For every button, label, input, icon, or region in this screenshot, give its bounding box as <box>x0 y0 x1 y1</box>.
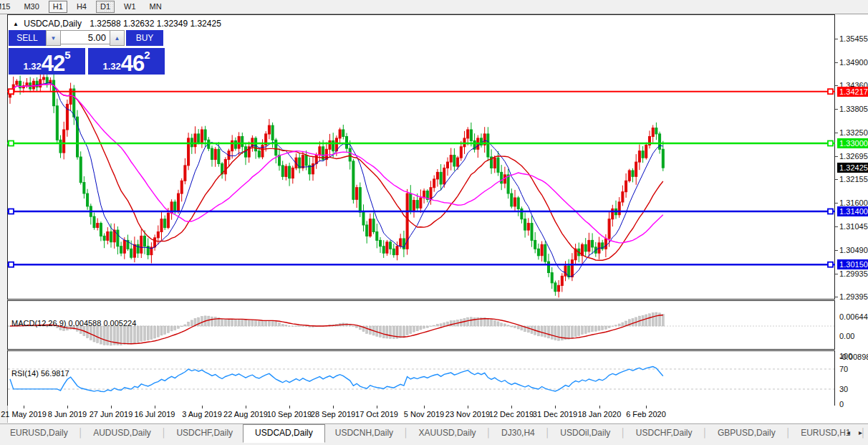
tab-separator: │ <box>78 428 84 438</box>
tab-scroll-right-icon[interactable]: ▸ <box>854 424 867 441</box>
chart-tab-dj30-h4[interactable]: DJ30,H4 <box>491 425 545 441</box>
level-line-handle[interactable] <box>9 141 14 146</box>
chart-tab-gbpusd-daily[interactable]: GBPUSD,Daily <box>708 425 786 441</box>
price-scale-tick <box>835 39 838 39</box>
sell-price-pip: 5 <box>64 49 70 61</box>
date-axis-label: 10 Sep 2019 <box>267 410 312 418</box>
date-axis-tick <box>599 406 600 408</box>
macd-scale-label: 0.00 <box>839 332 854 340</box>
rsi-scale-label: 30 <box>839 385 848 393</box>
sell-price-display[interactable]: 1.32425 <box>9 48 85 75</box>
date-axis-label: 6 Feb 2020 <box>626 410 666 418</box>
level-line-handle[interactable] <box>9 209 14 214</box>
price-scale-tick <box>835 297 838 297</box>
tab-separator: │ <box>403 428 409 438</box>
price-scale-label: 1.34900 <box>839 58 868 67</box>
timeframe-button-mn[interactable]: MN <box>145 1 166 13</box>
timeframe-button-h4[interactable]: H4 <box>72 1 91 13</box>
buy-price-prefix: 1.32 <box>102 61 120 72</box>
chart-tab-usdoil-daily[interactable]: USDOil,Daily <box>550 425 620 441</box>
level-line-handle[interactable] <box>828 262 833 267</box>
date-axis-tick <box>468 406 468 408</box>
date-axis-label: 8 Jun 2019 <box>48 410 87 418</box>
chart-tab-xauusd-daily[interactable]: XAUUSD,Daily <box>409 425 486 441</box>
level-line-handle[interactable] <box>828 209 833 214</box>
current-price-chip: 1.32425 <box>837 163 868 173</box>
date-axis-tick <box>555 406 556 408</box>
date-axis-label: 18 Jan 2020 <box>578 410 622 418</box>
macd-caption: MACD(12,26,9) 0.004588 0.005224 <box>11 319 136 327</box>
chart-tab-audusd-daily[interactable]: AUDUSD,Daily <box>83 425 161 441</box>
date-axis-label: 31 Dec 2019 <box>533 410 577 418</box>
tab-separator: │ <box>545 428 551 438</box>
one-click-panel-toggle-icon[interactable]: ▲ <box>13 21 19 27</box>
timeframe-button-d1[interactable]: D1 <box>96 1 115 13</box>
level-price-chip-1.33000[interactable]: 1.33000 <box>837 138 868 148</box>
level-line-handle[interactable] <box>9 89 14 94</box>
chart-tab-usdcnh-daily[interactable]: USDCNH,Daily <box>325 425 403 441</box>
mt4-terminal: M15M30H1H4D1W1MN ▲ USDCAD,Daily 1.32588 … <box>0 0 868 445</box>
level-price-chip-1.34217[interactable]: 1.34217 <box>837 87 868 97</box>
sell-price-main: 42 <box>42 53 64 74</box>
date-axis-tick <box>289 406 290 408</box>
price-scale-tick <box>835 250 838 251</box>
tab-scroll-left-icon[interactable]: ◂ <box>842 424 854 441</box>
buy-price-display[interactable]: 1.32462 <box>88 48 165 75</box>
volume-input[interactable] <box>61 30 110 44</box>
timeframe-button-m30[interactable]: M30 <box>19 1 43 13</box>
date-axis-tick <box>424 406 425 408</box>
date-axis-tick <box>155 406 155 408</box>
volume-decrease-button[interactable]: ▼ <box>46 30 61 46</box>
chart-title: ▲ USDCAD,Daily 1.32588 1.32632 1.32349 1… <box>13 19 221 29</box>
price-scale-tick <box>835 156 838 157</box>
price-scale-tick <box>835 85 838 86</box>
tab-separator: │ <box>703 428 708 438</box>
timeframe-button-h1[interactable]: H1 <box>49 1 67 13</box>
tab-separator: │ <box>620 428 626 438</box>
date-axis-label: 5 Nov 2019 <box>404 410 444 418</box>
buy-price-main: 46 <box>121 53 144 74</box>
tab-scroll-buttons: ◂▸ <box>842 424 867 441</box>
date-axis-tick <box>646 406 647 408</box>
date-axis-label: 21 May 2019 <box>1 410 47 418</box>
timeframe-button-m15[interactable]: M15 <box>0 1 14 13</box>
price-scale-tick <box>835 109 838 110</box>
volume-increase-button[interactable]: ▲ <box>110 30 125 46</box>
level-line-handle[interactable] <box>828 141 833 146</box>
price-scale-tick <box>835 274 838 274</box>
date-axis-tick <box>24 406 24 408</box>
chart-symbol-label: USDCAD,Daily <box>24 19 82 29</box>
level-line-handle[interactable] <box>9 262 14 267</box>
price-scale-label: 1.30490 <box>839 246 868 254</box>
date-axis-label: 27 Jun 2019 <box>90 410 133 418</box>
chart-tab-bar: EURUSD,Daily│AUDUSD,Daily│USDCHF,DailyUS… <box>0 424 868 445</box>
price-scale-tick <box>835 179 838 180</box>
date-axis-tick <box>377 406 377 408</box>
price-scale-tick <box>835 226 838 227</box>
date-axis-label: 3 Aug 2019 <box>182 410 222 418</box>
date-axis-label: 12 Dec 2019 <box>489 410 534 418</box>
buy-button[interactable]: BUY <box>126 30 163 46</box>
price-scale-label: 1.32695 <box>839 152 868 161</box>
timeframe-toolbar: M15M30H1H4D1W1MN <box>0 0 868 14</box>
chart-tab-eurusd-daily[interactable]: EURUSD,Daily <box>0 425 78 441</box>
date-axis-label: 16 Jul 2019 <box>135 410 175 418</box>
chart-tab-usdcad-daily[interactable]: USDCAD,Daily <box>243 424 325 443</box>
price-scale-label: 1.35455 <box>839 34 868 43</box>
rsi-scale-label: 70 <box>839 365 848 373</box>
tab-separator: │ <box>486 428 492 438</box>
price-scale-label: 1.31045 <box>839 222 868 231</box>
date-axis-label: 17 Oct 2019 <box>355 410 398 418</box>
level-price-chip-1.31400[interactable]: 1.31400 <box>837 206 868 216</box>
chart-tab-usdchf-daily[interactable]: USDCHF,Daily <box>166 425 243 441</box>
timeframe-button-w1[interactable]: W1 <box>120 1 140 13</box>
date-axis-tick <box>202 406 203 408</box>
level-price-chip-1.30150[interactable]: 1.30150 <box>837 259 868 269</box>
sell-button[interactable]: SELL <box>9 30 46 46</box>
sell-price-prefix: 1.32 <box>23 61 41 72</box>
level-line-handle[interactable] <box>828 89 833 94</box>
rsi-pane <box>8 351 835 406</box>
chart-ohlc-values: 1.32588 1.32632 1.32349 1.32425 <box>90 19 221 29</box>
chart-tab-usdchf-daily[interactable]: USDCHF,Daily <box>626 425 703 441</box>
price-scale-tick <box>835 203 838 204</box>
